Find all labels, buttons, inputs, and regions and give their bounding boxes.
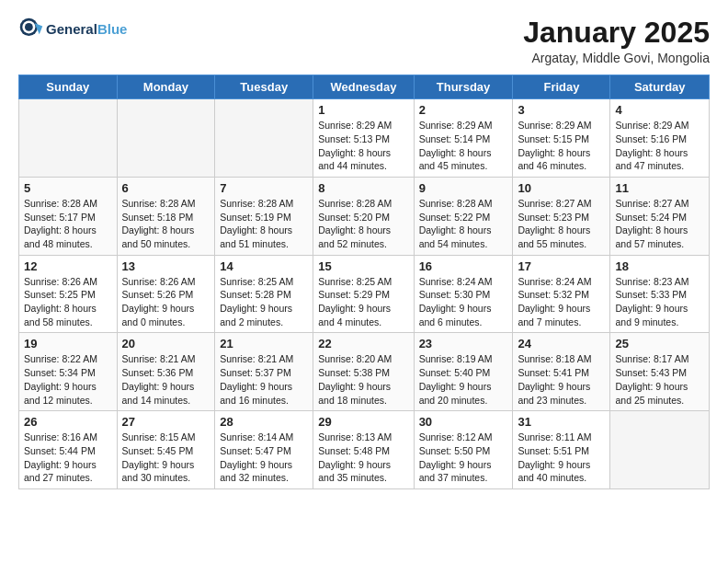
day-info: Sunrise: 8:28 AM Sunset: 5:20 PM Dayligh… — [318, 197, 408, 251]
empty-cell — [610, 411, 710, 489]
day-number: 27 — [122, 415, 210, 429]
day-number: 26 — [24, 415, 112, 429]
day-info: Sunrise: 8:12 AM Sunset: 5:50 PM Dayligh… — [419, 431, 508, 485]
day-cell-21: 21Sunrise: 8:21 AM Sunset: 5:37 PM Dayli… — [215, 333, 313, 411]
day-info: Sunrise: 8:15 AM Sunset: 5:45 PM Dayligh… — [122, 431, 210, 485]
week-row-4: 19Sunrise: 8:22 AM Sunset: 5:34 PM Dayli… — [19, 333, 710, 411]
day-cell-18: 18Sunrise: 8:23 AM Sunset: 5:33 PM Dayli… — [610, 255, 710, 333]
day-header-monday: Monday — [117, 75, 215, 99]
day-number: 2 — [419, 103, 508, 117]
day-number: 29 — [318, 415, 408, 429]
day-number: 17 — [518, 259, 605, 273]
day-cell-26: 26Sunrise: 8:16 AM Sunset: 5:44 PM Dayli… — [19, 411, 118, 489]
main-title: January 2025 — [523, 17, 710, 49]
week-row-5: 26Sunrise: 8:16 AM Sunset: 5:44 PM Dayli… — [19, 411, 710, 489]
svg-point-2 — [25, 23, 33, 31]
day-cell-5: 5Sunrise: 8:28 AM Sunset: 5:17 PM Daylig… — [19, 177, 118, 255]
day-cell-10: 10Sunrise: 8:27 AM Sunset: 5:23 PM Dayli… — [513, 177, 610, 255]
empty-cell — [19, 99, 118, 178]
day-cell-25: 25Sunrise: 8:17 AM Sunset: 5:43 PM Dayli… — [610, 333, 710, 411]
day-info: Sunrise: 8:28 AM Sunset: 5:18 PM Dayligh… — [122, 197, 210, 251]
day-number: 8 — [318, 181, 408, 195]
day-number: 3 — [518, 103, 605, 117]
day-cell-3: 3Sunrise: 8:29 AM Sunset: 5:15 PM Daylig… — [513, 99, 610, 178]
day-info: Sunrise: 8:28 AM Sunset: 5:17 PM Dayligh… — [24, 197, 112, 251]
day-info: Sunrise: 8:22 AM Sunset: 5:34 PM Dayligh… — [24, 352, 112, 407]
day-number: 7 — [220, 181, 308, 195]
day-cell-17: 17Sunrise: 8:24 AM Sunset: 5:32 PM Dayli… — [513, 255, 610, 333]
day-cell-4: 4Sunrise: 8:29 AM Sunset: 5:16 PM Daylig… — [610, 99, 710, 178]
day-info: Sunrise: 8:28 AM Sunset: 5:22 PM Dayligh… — [419, 197, 508, 251]
day-info: Sunrise: 8:28 AM Sunset: 5:19 PM Dayligh… — [220, 197, 308, 251]
day-number: 12 — [24, 259, 112, 273]
day-info: Sunrise: 8:24 AM Sunset: 5:32 PM Dayligh… — [518, 275, 605, 329]
day-info: Sunrise: 8:29 AM Sunset: 5:14 PM Dayligh… — [419, 119, 508, 173]
day-cell-19: 19Sunrise: 8:22 AM Sunset: 5:34 PM Dayli… — [19, 333, 118, 411]
day-info: Sunrise: 8:23 AM Sunset: 5:33 PM Dayligh… — [615, 275, 704, 329]
day-number: 11 — [615, 181, 704, 195]
day-number: 14 — [220, 259, 308, 273]
header: GeneralBlue January 2025 Argatay, Middle… — [18, 17, 710, 65]
day-cell-8: 8Sunrise: 8:28 AM Sunset: 5:20 PM Daylig… — [313, 177, 414, 255]
subtitle: Argatay, Middle Govi, Mongolia — [523, 51, 710, 65]
day-info: Sunrise: 8:20 AM Sunset: 5:38 PM Dayligh… — [318, 352, 408, 407]
empty-cell — [117, 99, 215, 178]
day-number: 18 — [615, 259, 704, 273]
week-row-3: 12Sunrise: 8:26 AM Sunset: 5:25 PM Dayli… — [19, 255, 710, 333]
day-info: Sunrise: 8:14 AM Sunset: 5:47 PM Dayligh… — [220, 431, 308, 485]
day-number: 19 — [24, 337, 112, 350]
day-number: 31 — [518, 415, 605, 429]
week-row-2: 5Sunrise: 8:28 AM Sunset: 5:17 PM Daylig… — [19, 177, 710, 255]
day-number: 15 — [318, 259, 408, 273]
day-info: Sunrise: 8:24 AM Sunset: 5:30 PM Dayligh… — [419, 275, 508, 329]
day-cell-7: 7Sunrise: 8:28 AM Sunset: 5:19 PM Daylig… — [215, 177, 313, 255]
day-info: Sunrise: 8:27 AM Sunset: 5:24 PM Dayligh… — [615, 197, 704, 251]
day-info: Sunrise: 8:29 AM Sunset: 5:13 PM Dayligh… — [318, 119, 408, 173]
day-info: Sunrise: 8:18 AM Sunset: 5:41 PM Dayligh… — [518, 352, 605, 407]
day-header-friday: Friday — [513, 75, 610, 99]
day-info: Sunrise: 8:16 AM Sunset: 5:44 PM Dayligh… — [24, 431, 112, 485]
day-number: 30 — [419, 415, 508, 429]
day-header-sunday: Sunday — [19, 75, 118, 99]
calendar: SundayMondayTuesdayWednesdayThursdayFrid… — [18, 75, 710, 489]
day-cell-20: 20Sunrise: 8:21 AM Sunset: 5:36 PM Dayli… — [117, 333, 215, 411]
day-cell-12: 12Sunrise: 8:26 AM Sunset: 5:25 PM Dayli… — [19, 255, 118, 333]
day-number: 10 — [518, 181, 605, 195]
day-info: Sunrise: 8:17 AM Sunset: 5:43 PM Dayligh… — [615, 352, 704, 407]
day-cell-1: 1Sunrise: 8:29 AM Sunset: 5:13 PM Daylig… — [313, 99, 414, 178]
day-info: Sunrise: 8:27 AM Sunset: 5:23 PM Dayligh… — [518, 197, 605, 251]
day-header-thursday: Thursday — [414, 75, 513, 99]
day-number: 16 — [419, 259, 508, 273]
day-header-saturday: Saturday — [610, 75, 710, 99]
logo: GeneralBlue — [18, 17, 127, 42]
day-cell-27: 27Sunrise: 8:15 AM Sunset: 5:45 PM Dayli… — [117, 411, 215, 489]
day-number: 24 — [518, 337, 605, 350]
day-info: Sunrise: 8:25 AM Sunset: 5:28 PM Dayligh… — [220, 275, 308, 329]
day-cell-9: 9Sunrise: 8:28 AM Sunset: 5:22 PM Daylig… — [414, 177, 513, 255]
day-number: 21 — [220, 337, 308, 350]
day-cell-28: 28Sunrise: 8:14 AM Sunset: 5:47 PM Dayli… — [215, 411, 313, 489]
day-info: Sunrise: 8:21 AM Sunset: 5:37 PM Dayligh… — [220, 352, 308, 407]
day-info: Sunrise: 8:21 AM Sunset: 5:36 PM Dayligh… — [122, 352, 210, 407]
day-cell-14: 14Sunrise: 8:25 AM Sunset: 5:28 PM Dayli… — [215, 255, 313, 333]
day-cell-31: 31Sunrise: 8:11 AM Sunset: 5:51 PM Dayli… — [513, 411, 610, 489]
day-number: 13 — [122, 259, 210, 273]
day-number: 9 — [419, 181, 508, 195]
day-header-tuesday: Tuesday — [215, 75, 313, 99]
day-cell-29: 29Sunrise: 8:13 AM Sunset: 5:48 PM Dayli… — [313, 411, 414, 489]
day-number: 23 — [419, 337, 508, 350]
week-row-1: 1Sunrise: 8:29 AM Sunset: 5:13 PM Daylig… — [19, 99, 710, 178]
day-cell-23: 23Sunrise: 8:19 AM Sunset: 5:40 PM Dayli… — [414, 333, 513, 411]
day-cell-22: 22Sunrise: 8:20 AM Sunset: 5:38 PM Dayli… — [313, 333, 414, 411]
day-info: Sunrise: 8:26 AM Sunset: 5:26 PM Dayligh… — [122, 275, 210, 329]
logo-text: GeneralBlue — [46, 22, 127, 38]
day-info: Sunrise: 8:19 AM Sunset: 5:40 PM Dayligh… — [419, 352, 508, 407]
day-info: Sunrise: 8:26 AM Sunset: 5:25 PM Dayligh… — [24, 275, 112, 329]
title-block: January 2025 Argatay, Middle Govi, Mongo… — [523, 17, 710, 65]
day-number: 5 — [24, 181, 112, 195]
day-cell-15: 15Sunrise: 8:25 AM Sunset: 5:29 PM Dayli… — [313, 255, 414, 333]
day-header-wednesday: Wednesday — [313, 75, 414, 99]
day-number: 28 — [220, 415, 308, 429]
day-cell-11: 11Sunrise: 8:27 AM Sunset: 5:24 PM Dayli… — [610, 177, 710, 255]
logo-icon — [18, 17, 44, 42]
